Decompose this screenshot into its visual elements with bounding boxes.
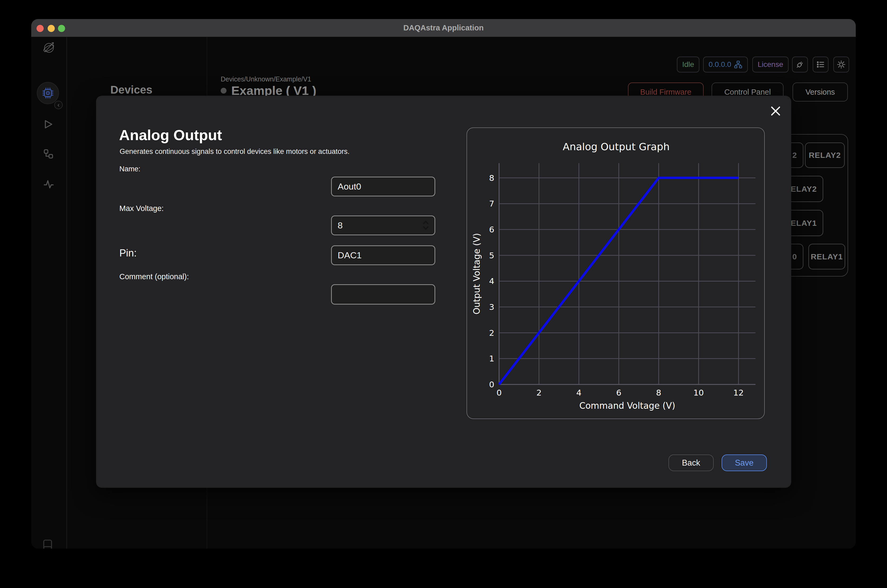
comment-input[interactable] [331,284,435,304]
analog-output-graph-card: 012345678024681012Analog Output GraphCom… [466,128,765,419]
pin-input[interactable] [331,245,435,265]
analog-output-chart: 012345678024681012Analog Output GraphCom… [467,128,764,418]
svg-text:4: 4 [489,276,494,286]
svg-text:3: 3 [489,302,494,312]
svg-text:4: 4 [576,388,582,398]
svg-text:Analog Output Graph: Analog Output Graph [562,141,669,153]
max-voltage-input[interactable] [331,216,435,235]
comment-label: Comment (optional): [119,272,189,281]
back-label: Back [682,458,700,468]
modal-close-button[interactable] [768,104,783,118]
svg-text:10: 10 [693,388,704,398]
svg-text:8: 8 [656,388,661,398]
name-label: Name: [119,165,140,173]
svg-text:6: 6 [489,225,494,234]
svg-text:Output Voltage (V): Output Voltage (V) [472,233,482,315]
max-voltage-label: Max Voltage: [119,204,164,213]
svg-text:8: 8 [489,173,494,183]
analog-output-modal: Analog Output Generates continuous signa… [96,96,791,488]
back-button[interactable]: Back [668,454,714,471]
stepper-arrows[interactable] [422,220,429,231]
svg-text:Command Voltage (V): Command Voltage (V) [579,400,675,411]
svg-text:2: 2 [489,328,494,338]
app-window: DAQAstra Application Idle 0.0.0.0 [31,19,856,549]
pin-label: Pin: [119,248,137,259]
svg-text:0: 0 [496,388,502,398]
svg-text:12: 12 [733,388,744,398]
close-icon [770,105,782,117]
svg-text:7: 7 [489,199,494,208]
title-bar: DAQAstra Application [31,19,856,37]
svg-text:5: 5 [489,250,494,260]
svg-text:0: 0 [489,380,494,389]
save-label: Save [735,458,754,468]
svg-text:2: 2 [537,388,542,398]
window-title: DAQAstra Application [31,24,856,32]
name-input[interactable] [331,177,435,196]
modal-title: Analog Output [119,126,222,144]
svg-text:1: 1 [489,354,494,363]
save-button[interactable]: Save [722,454,767,471]
modal-description: Generates continuous signals to control … [120,147,350,156]
svg-text:6: 6 [616,388,622,398]
